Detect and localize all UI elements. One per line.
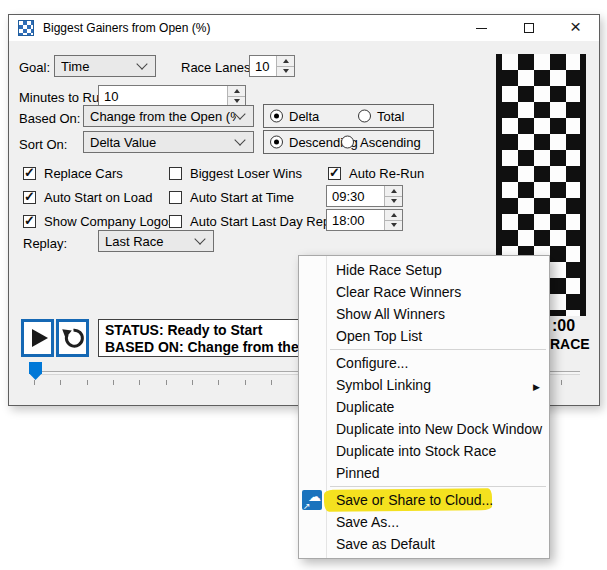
menu-item-save-or-share-to-cloud[interactable]: Save or Share to Cloud... <box>299 489 549 511</box>
menu-item-label: Hide Race Setup <box>336 262 442 278</box>
checkbox-auto-start-on-load[interactable]: Auto Start on Load <box>23 190 152 205</box>
menu-item-duplicate[interactable]: Duplicate <box>299 396 549 418</box>
start-race-button[interactable] <box>21 319 54 357</box>
menu-item-save-as-default[interactable]: Save as Default <box>299 533 549 555</box>
chevron-down-icon <box>136 58 147 69</box>
menu-item-label: Configure... <box>336 355 408 371</box>
minimize-icon <box>476 28 487 29</box>
menu-item-show-all-winners[interactable]: Show All Winners <box>299 303 549 325</box>
checkbox-icon <box>169 167 182 180</box>
minutes-to-run-value: 10 <box>99 86 227 106</box>
menu-item-hide-race-setup[interactable]: Hide Race Setup <box>299 259 549 281</box>
context-menu: Hide Race Setup Clear Race Winners Show … <box>298 255 550 559</box>
slider-tick <box>271 380 272 385</box>
menu-item-symbol-linking[interactable]: Symbol Linking <box>299 374 549 396</box>
checkbox-auto-re-run[interactable]: Auto Re-Run <box>328 166 424 181</box>
spin-up-icon[interactable] <box>385 210 402 220</box>
minimize-button[interactable] <box>458 15 505 41</box>
slider-tick <box>34 380 35 385</box>
spinner <box>384 186 402 206</box>
goal-combobox[interactable]: Time <box>54 55 156 77</box>
spin-up-icon[interactable] <box>228 86 245 96</box>
checkbox-label: Show Company Logos <box>44 214 175 229</box>
slider-tick <box>192 380 193 385</box>
radio-icon <box>341 136 354 149</box>
goal-value: Time <box>61 59 138 74</box>
checkbox-replace-cars[interactable]: Replace Cars <box>23 166 123 181</box>
chevron-down-icon <box>234 108 245 119</box>
menu-item-pinned[interactable]: Pinned <box>299 462 549 484</box>
checkbox-biggest-loser-wins[interactable]: Biggest Loser Wins <box>169 166 302 181</box>
radio-delta-label: Delta <box>289 109 319 124</box>
spinner <box>276 56 294 76</box>
radio-ascending[interactable]: Ascending <box>341 135 421 150</box>
menu-item-label: Open Top List <box>336 328 422 344</box>
maximize-icon <box>524 23 534 33</box>
menu-item-open-top-list[interactable]: Open Top List <box>299 325 549 347</box>
replay-combobox[interactable]: Last Race <box>98 230 214 252</box>
menu-item-save-as[interactable]: Save As... <box>299 511 549 533</box>
titlebar: Biggest Gainers from Open (%) <box>9 15 599 41</box>
menu-item-label: Symbol Linking <box>336 377 431 393</box>
menu-item-label: Duplicate into New Dock Window <box>336 421 542 437</box>
checkbox-icon <box>169 191 182 204</box>
slider-tick <box>139 380 140 385</box>
restart-race-button[interactable] <box>56 319 89 357</box>
menu-item-label: Save as Default <box>336 536 435 552</box>
checkbox-auto-start-at-time[interactable]: Auto Start at Time <box>169 190 294 205</box>
spin-down-icon[interactable] <box>277 66 294 77</box>
based-on-combobox[interactable]: Change from the Open (%) <box>83 105 254 127</box>
spinner <box>227 86 245 106</box>
play-icon <box>32 329 48 347</box>
last-day-replay-time-stepper[interactable]: 18:00 <box>326 209 403 231</box>
checkbox-icon <box>23 215 36 228</box>
menu-item-label: Clear Race Winners <box>336 284 461 300</box>
menu-item-configure[interactable]: Configure... <box>299 352 549 374</box>
menu-item-label: Duplicate into Stock Race <box>336 443 496 459</box>
race-lanes-label: Race Lanes: <box>181 60 254 75</box>
last-day-replay-time-value: 18:00 <box>327 210 384 230</box>
close-button[interactable] <box>552 15 599 41</box>
menu-item-duplicate-into-stock-race[interactable]: Duplicate into Stock Race <box>299 440 549 462</box>
close-icon <box>570 25 581 32</box>
checkbox-icon <box>169 215 182 228</box>
minutes-to-run-stepper[interactable]: 10 <box>98 85 246 107</box>
slider-tick <box>245 380 246 385</box>
slider-tick <box>166 380 167 385</box>
menu-item-clear-race-winners[interactable]: Clear Race Winners <box>299 281 549 303</box>
radio-icon <box>270 136 283 149</box>
progress-slider-thumb[interactable] <box>29 362 42 380</box>
auto-start-time-stepper[interactable]: 09:30 <box>326 185 403 207</box>
race-lanes-stepper[interactable]: 10 <box>249 55 295 77</box>
radio-ascending-label: Ascending <box>360 135 421 150</box>
spin-down-icon[interactable] <box>385 220 402 231</box>
spin-up-icon[interactable] <box>385 186 402 196</box>
checkbox-label: Biggest Loser Wins <box>190 166 302 181</box>
based-on-label: Based On: <box>19 111 80 126</box>
checkbox-auto-start-last-day-replay[interactable]: Auto Start Last Day Replay <box>169 214 347 229</box>
checkbox-show-company-logos[interactable]: Show Company Logos <box>23 214 175 229</box>
cloud-share-icon <box>302 490 322 510</box>
slider-tick <box>60 380 61 385</box>
auto-start-time-value: 09:30 <box>327 186 384 206</box>
based-on-value: Change from the Open (%) <box>90 109 236 124</box>
menu-separator <box>330 349 546 350</box>
checkbox-icon <box>23 191 36 204</box>
spin-up-icon[interactable] <box>277 56 294 66</box>
menu-separator <box>330 486 546 487</box>
sort-on-value: Delta Value <box>90 135 236 150</box>
menu-item-duplicate-into-new-dock-window[interactable]: Duplicate into New Dock Window <box>299 418 549 440</box>
radio-total[interactable]: Total <box>358 109 404 124</box>
radio-icon <box>270 110 283 123</box>
menu-item-label: Save or Share to Cloud... <box>336 492 493 508</box>
menu-item-label: Show All Winners <box>336 306 445 322</box>
spin-down-icon[interactable] <box>385 196 402 207</box>
race-lanes-value: 10 <box>250 56 276 76</box>
radio-delta[interactable]: Delta <box>270 109 319 124</box>
checkbox-label: Replace Cars <box>44 166 123 181</box>
sort-on-combobox[interactable]: Delta Value <box>83 131 254 153</box>
maximize-button[interactable] <box>505 15 552 41</box>
spinner <box>384 210 402 230</box>
replay-value: Last Race <box>105 234 196 249</box>
menu-item-label: Duplicate <box>336 399 394 415</box>
